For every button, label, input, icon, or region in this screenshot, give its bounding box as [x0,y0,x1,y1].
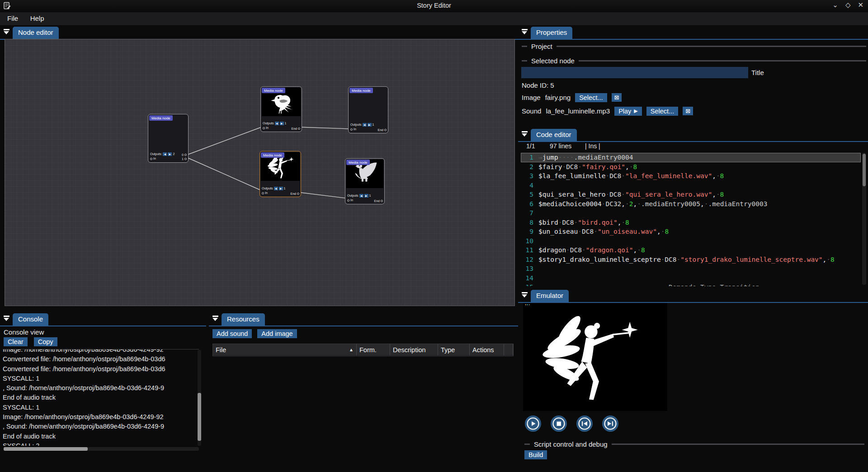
collapse-panel-icon[interactable] [522,292,528,298]
add-image-button[interactable]: Add image [257,329,297,338]
port-circle-icon [263,127,265,129]
column-header-description[interactable]: Description [390,344,438,355]
tab-code-editor[interactable]: Code editor [531,129,577,141]
tab-console[interactable]: Console [13,313,48,326]
code-line[interactable]: 12$story1_drako_luminelle_sceptre·DC8·"s… [521,255,861,264]
console-log-line: Convertered file: /home/anthony/ostproj/… [3,354,199,364]
column-header-file[interactable]: File▲ [213,344,357,355]
image-select-button[interactable]: Select... [575,93,607,102]
node-input-port[interactable]: In [150,156,175,161]
console-horizontal-scrollbar[interactable] [4,447,199,451]
decrease-outputs-button[interactable]: ◀ [274,187,278,190]
node-output-port[interactable]: 1 [182,157,187,161]
collapse-panel-icon[interactable] [4,316,10,321]
code-line[interactable]: 8$bird·DC8·"bird.qoi",·8 [521,218,861,227]
scrollbar-thumb[interactable] [863,154,866,186]
tab-node-editor[interactable]: Node editor [13,27,59,39]
port-circle-icon [384,129,387,131]
code-line[interactable]: 5$qui_sera_le_hero·DC8·"qui_sera_le_hero… [521,190,861,199]
node-input-port[interactable]: In [263,126,286,130]
node-input-port[interactable]: In [262,191,285,195]
scrollbar-thumb[interactable] [4,447,88,451]
code-line[interactable]: 6$mediaChoice0004·DC32,·2,·.mediaEntry00… [521,199,861,209]
tab-resources[interactable]: Resources [222,313,265,326]
node-output-port[interactable]: 0 [182,153,187,157]
port-circle-icon [262,192,264,194]
increase-outputs-button[interactable]: ▶ [364,194,368,198]
decrease-outputs-button[interactable]: ◀ [163,152,167,156]
line-number: 4 [521,181,538,190]
console-view-label: Console view [4,328,44,336]
collapse-panel-icon[interactable] [212,316,219,321]
maximize-button[interactable]: ◇ [845,1,851,9]
add-sound-button[interactable]: Add sound [212,329,252,338]
sound-select-button[interactable]: Select... [646,107,678,116]
code-scrollbar[interactable] [862,153,866,285]
code-line[interactable]: 11$dragon·DC8·"dragon.qoi",·8 [521,245,861,255]
node-bird[interactable]: Media node Outputs ◀ ▶ 1 In End [260,86,302,132]
console-log-line: Image: /home/anthony/ostproj/ba869e4b-03… [3,349,199,354]
node-start[interactable]: Media node Outputs: ◀ ▶ 2 In 0 [148,114,189,163]
decrease-outputs-button[interactable]: ◀ [363,123,367,127]
stop-button[interactable] [550,415,567,432]
node-fairy[interactable]: Media node Outputs ◀ ▶ 1 In End [259,151,301,197]
cursor-position: 1/1 [526,142,550,150]
code-line[interactable]: 14 [521,274,861,283]
close-button[interactable]: ✕ [858,1,863,9]
increase-outputs-button[interactable]: ▶ [280,122,284,125]
increase-outputs-button[interactable]: ▶ [279,187,283,190]
tab-emulator[interactable]: Emulator [531,290,569,302]
node-input-port[interactable]: In [350,127,374,132]
node-output-port[interactable]: End [374,199,383,203]
node-output-port[interactable]: End [291,192,299,195]
code-line[interactable]: 3$la_fee_luminelle·DC8·"la_fee_luminelle… [521,171,861,181]
build-button[interactable]: Build [524,450,547,459]
title-input[interactable] [521,67,748,78]
console-clear-button[interactable]: Clear [4,337,28,346]
menu-file[interactable]: File [2,12,23,22]
code-area[interactable]: 1→jump····.mediaEntry00042$fairy·DC8·"fa… [521,153,861,286]
code-line[interactable]: 2$fairy·DC8·"fairy.qoi",·8 [521,162,861,172]
titlebar[interactable]: Story Editor ⌄ ◇ ✕ [0,0,868,13]
emulator-screen[interactable] [523,303,667,411]
console-copy-button[interactable]: Copy [34,337,57,346]
step-back-button[interactable] [576,415,593,432]
sound-clear-button[interactable]: ⊠ [683,107,693,115]
node-end[interactable]: Media node Outputs ◀ ▶ 1 In End [348,86,388,133]
code-line[interactable]: 10 [521,236,861,246]
sound-play-button[interactable]: Play▶ [614,107,642,116]
node-input-port[interactable]: In [347,198,371,203]
menu-help[interactable]: Help [25,12,49,22]
code-line[interactable]: 15 - - - - - - - - - Demande Type Transi… [521,283,861,286]
code-line[interactable]: 13 [521,264,861,274]
collapse-panel-icon[interactable] [522,131,528,137]
step-forward-button[interactable] [602,415,619,432]
collapse-panel-icon[interactable] [4,29,10,35]
column-header-type[interactable]: Type [438,344,470,355]
node-output-port[interactable]: End [292,127,300,130]
resources-header-row: File▲Form.DescriptionTypeActions [213,344,513,356]
scrollbar-thumb[interactable] [198,393,201,441]
collapse-panel-icon[interactable] [522,29,528,35]
node-canvas[interactable]: Media node Outputs: ◀ ▶ 2 In 0 [5,39,515,306]
decrease-outputs-button[interactable]: ◀ [275,122,279,125]
tab-properties[interactable]: Properties [531,27,572,39]
node-output-port[interactable]: End [378,128,387,132]
console-log[interactable]: Image: /home/anthony/ostproj/ba869e4b-03… [3,349,199,446]
play-button[interactable] [524,415,542,432]
increase-outputs-button[interactable]: ▶ [168,152,172,156]
node-dragon[interactable]: Media node Outputs ◀ ▶ 1 In End [345,158,385,204]
code-line[interactable]: 9$un_oiseau·DC8·"un_oiseau.wav",·8 [521,227,861,236]
code-line[interactable]: 1→jump····.mediaEntry0004 [521,153,861,162]
decrease-outputs-button[interactable]: ◀ [359,194,363,198]
increase-outputs-button[interactable]: ▶ [368,123,372,127]
image-clear-button[interactable]: ⊠ [612,93,622,102]
code-line[interactable]: 7 [521,208,861,218]
column-header-form[interactable]: Form. [357,344,390,355]
console-vertical-scrollbar[interactable] [198,350,201,446]
column-header-actions[interactable]: Actions [470,344,504,355]
node-type-badge: Media node [262,88,285,93]
minimize-button[interactable]: ⌄ [832,1,838,9]
code-line[interactable]: 4 [521,181,861,190]
code-text: $la_fee_luminelle·DC8·"la_fee_luminelle.… [538,171,724,181]
